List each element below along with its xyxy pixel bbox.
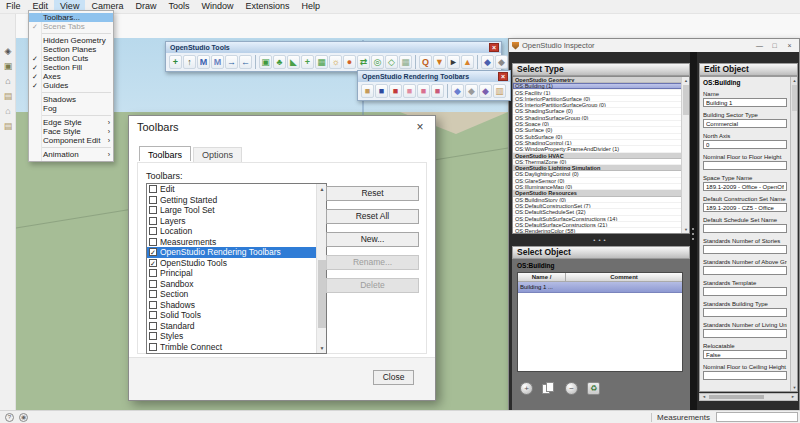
object-row-building-1[interactable]: Building 1 ... bbox=[518, 282, 682, 293]
left-view-icon[interactable]: ▤ bbox=[0, 119, 16, 134]
purple-shield-icon[interactable]: ◆ bbox=[479, 84, 492, 98]
menu-help[interactable]: Help bbox=[295, 0, 326, 13]
menu-item-face-style[interactable]: Face Style› bbox=[29, 127, 113, 136]
type-row[interactable]: OS:RenderingColor (58) bbox=[513, 228, 683, 234]
plant-icon[interactable]: ♣ bbox=[273, 55, 286, 69]
inspector-titlebar[interactable]: OpenStudio Inspector — □ × bbox=[509, 39, 799, 52]
toolbar-titlebar[interactable]: OpenStudio Rendering Toolbars × bbox=[358, 71, 510, 82]
menu-item-section-fill[interactable]: ✓Section Fill bbox=[29, 63, 113, 72]
minimize-icon[interactable]: — bbox=[752, 40, 767, 52]
edit-object-scrollbar[interactable]: ▲ ▼ bbox=[790, 77, 797, 391]
remove-object-button[interactable]: − bbox=[565, 382, 578, 395]
checkbox[interactable] bbox=[149, 343, 157, 351]
standards-above-ground-stories-field[interactable] bbox=[703, 266, 787, 275]
scroll-thumb[interactable] bbox=[318, 260, 326, 328]
list-item-location[interactable]: Location bbox=[147, 226, 317, 237]
checkbox[interactable]: ✓ bbox=[149, 248, 157, 256]
list-item-sandbox[interactable]: Sandbox bbox=[147, 279, 317, 290]
menu-item-section-planes[interactable]: Section Planes bbox=[29, 45, 113, 54]
blue-wire-shield-icon[interactable]: ◆ bbox=[451, 84, 464, 98]
export-idf-icon[interactable]: ← bbox=[239, 55, 252, 69]
checkbox[interactable] bbox=[149, 206, 157, 214]
menu-item-fog[interactable]: Fog bbox=[29, 104, 113, 113]
dialog-titlebar[interactable]: Toolbars × bbox=[129, 116, 435, 138]
menu-item-component-edit[interactable]: Component Edit› bbox=[29, 136, 113, 145]
back-view-icon[interactable]: ⌂ bbox=[0, 104, 16, 119]
list-item-edit[interactable]: Edit bbox=[147, 184, 317, 195]
relocatable-field[interactable] bbox=[703, 350, 787, 359]
scroll-thumb[interactable] bbox=[792, 85, 797, 111]
save-icon[interactable]: M bbox=[197, 55, 210, 69]
maximize-icon[interactable]: □ bbox=[767, 40, 782, 52]
list-item-layers[interactable]: Layers bbox=[147, 216, 317, 227]
eye-diamond-icon[interactable]: ◇ bbox=[385, 55, 398, 69]
comment-column-header[interactable]: Comment bbox=[566, 273, 682, 282]
tab-toolbars[interactable]: Toolbars bbox=[139, 146, 191, 161]
building-sector-type-field[interactable] bbox=[703, 119, 787, 128]
menu-item-section-cuts[interactable]: ✓Section Cuts bbox=[29, 54, 113, 63]
menu-tools[interactable]: Tools bbox=[162, 0, 195, 13]
standards-living-units-field[interactable] bbox=[703, 329, 787, 338]
search-icon[interactable]: Q bbox=[419, 55, 432, 69]
import-idf-icon[interactable]: → bbox=[225, 55, 238, 69]
checkbox[interactable] bbox=[149, 217, 157, 225]
sun-icon[interactable]: ● bbox=[343, 55, 356, 69]
scroll-thumb[interactable] bbox=[683, 85, 689, 115]
window-grid-icon[interactable]: ▦ bbox=[399, 55, 412, 69]
top-view-icon[interactable]: ▣ bbox=[0, 59, 16, 74]
scroll-thumb[interactable] bbox=[709, 395, 764, 399]
scroll-down-icon[interactable]: ▼ bbox=[682, 226, 690, 233]
warning-triangle-icon[interactable]: ▲ bbox=[461, 55, 474, 69]
list-item-standard[interactable]: Standard bbox=[147, 321, 317, 332]
menu-draw[interactable]: Draw bbox=[129, 0, 162, 13]
scroll-down-icon[interactable]: ▼ bbox=[317, 343, 327, 353]
list-item-solid-tools[interactable]: Solid Tools bbox=[147, 310, 317, 321]
menu-file[interactable]: File bbox=[0, 0, 27, 13]
blue-cube-icon[interactable]: ■ bbox=[375, 84, 388, 98]
tan-cube-icon[interactable]: ■ bbox=[361, 84, 374, 98]
new-document-icon[interactable]: + bbox=[169, 55, 182, 69]
pink-cube-icon[interactable]: ■ bbox=[403, 84, 416, 98]
right-view-icon[interactable]: ▤ bbox=[0, 89, 16, 104]
menu-window[interactable]: Window bbox=[195, 0, 239, 13]
edit-object-hscrollbar[interactable]: ◄ ► bbox=[699, 393, 798, 401]
menu-item-scene-tabs[interactable]: ✓Scene Tabs bbox=[29, 22, 113, 31]
list-item-principal[interactable]: Principal bbox=[147, 268, 317, 279]
list-item-styles[interactable]: Styles bbox=[147, 331, 317, 342]
menu-item-shadows[interactable]: Shadows bbox=[29, 95, 113, 104]
shield-gray-icon[interactable]: ◆ bbox=[495, 55, 508, 69]
building-grid-icon[interactable]: ▦ bbox=[315, 55, 328, 69]
tan-bin-icon[interactable]: ▥ bbox=[493, 84, 506, 98]
list-scrollbar[interactable]: ▲ ▼ bbox=[316, 184, 326, 353]
close-icon[interactable]: × bbox=[498, 72, 508, 81]
default-schedule-set-field[interactable] bbox=[703, 224, 787, 233]
reset-button[interactable]: Reset bbox=[326, 186, 419, 201]
shield-blue-icon[interactable]: ◆ bbox=[481, 55, 494, 69]
tab-options[interactable]: Options bbox=[193, 147, 242, 162]
checkbox[interactable]: ✓ bbox=[149, 259, 157, 267]
select-type-scrollbar[interactable]: ▲ ▼ bbox=[681, 77, 689, 233]
standards-number-of-stories-field[interactable] bbox=[703, 245, 787, 254]
checkbox[interactable] bbox=[149, 301, 157, 309]
list-item-trimble-connect[interactable]: Trimble Connect bbox=[147, 342, 317, 353]
list-item-getting-started[interactable]: Getting Started bbox=[147, 195, 317, 206]
checkbox[interactable] bbox=[149, 332, 157, 340]
checkbox[interactable] bbox=[149, 238, 157, 246]
menu-item-toolbars[interactable]: Toolbars... bbox=[29, 13, 113, 22]
reset-all-button[interactable]: Reset All bbox=[326, 209, 419, 224]
default-construction-set-field[interactable] bbox=[703, 203, 787, 212]
checkbox[interactable] bbox=[149, 311, 157, 319]
close-icon[interactable]: × bbox=[489, 43, 499, 52]
scroll-up-icon[interactable]: ▲ bbox=[682, 77, 690, 84]
new-button[interactable]: New... bbox=[326, 232, 419, 247]
lightbulb-icon[interactable]: ☼ bbox=[329, 55, 342, 69]
north-axis-field[interactable] bbox=[703, 140, 787, 149]
refresh-icon[interactable]: ◎ bbox=[371, 55, 384, 69]
add-object-button[interactable]: + bbox=[520, 382, 533, 395]
name-field[interactable] bbox=[703, 98, 787, 107]
checkbox[interactable] bbox=[149, 280, 157, 288]
list-item-openstudio-tools[interactable]: ✓OpenStudio Tools bbox=[147, 258, 317, 269]
vertical-splitter[interactable] bbox=[690, 52, 697, 411]
front-view-icon[interactable]: ⌂ bbox=[0, 74, 16, 89]
toolbar-titlebar[interactable]: OpenStudio Tools × bbox=[166, 42, 501, 53]
